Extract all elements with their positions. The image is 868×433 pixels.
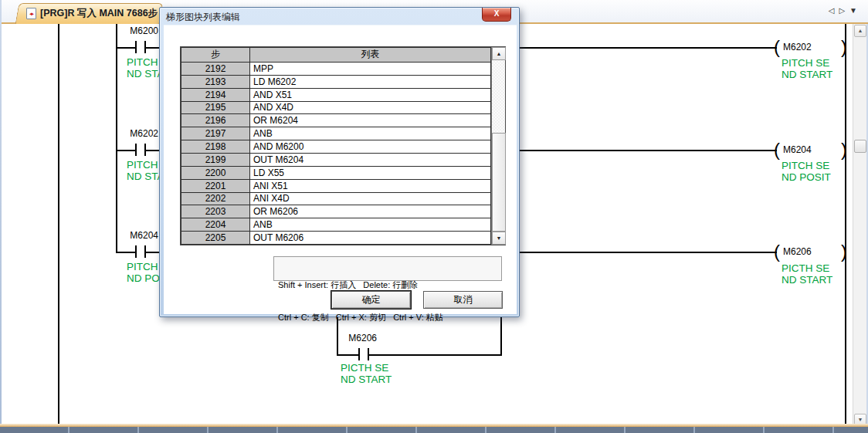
table-row[interactable]: 2201ANI X51 [181, 179, 491, 192]
coil-device: M6204 [780, 144, 841, 155]
table-row[interactable]: 2197ANB [181, 127, 491, 140]
tab-scroll-left-icon[interactable]: ◁ [829, 6, 835, 15]
help-line-2: Ctrl + C: 复制 Ctrl + X: 剪切 Ctrl + V: 粘贴 [278, 312, 497, 323]
table-row[interactable]: 2192MPP [181, 62, 491, 75]
table-vertical-scrollbar[interactable]: ▲ ▼ [491, 47, 505, 245]
ladder-program-icon: ◂▸ [26, 8, 36, 19]
table-row[interactable]: 2196OR M6204 [181, 114, 491, 127]
cancel-button[interactable]: 取消 [423, 291, 503, 309]
branch-right-line [500, 312, 502, 356]
scroll-up-icon[interactable]: ▲ [492, 47, 506, 60]
tab-scroll-right-icon[interactable]: ▷ [839, 6, 845, 15]
coil[interactable]: M6206 [774, 243, 847, 260]
contact-device[interactable]: M6202 [114, 128, 158, 139]
rung2-line [116, 150, 137, 151]
table-row[interactable]: 2195AND X4D [181, 101, 491, 114]
window-left-edge [0, 0, 2, 427]
scrollbar-thumb[interactable] [854, 140, 866, 153]
coil-device: M6206 [780, 246, 841, 257]
instruction-list-grid: 步 列表 2192MPP 2193LD M6202 2194AND X51 21… [180, 46, 506, 245]
contact-bar [358, 348, 360, 360]
scrollbar-thumb[interactable] [492, 133, 506, 232]
table-row[interactable]: 2200LD X55 [181, 166, 491, 179]
tab-main-program[interactable]: ◂▸ [PRG]R 写入 MAIN 7686步 [17, 3, 161, 24]
help-line-1: Shift + Insert: 行插入 Delete: 行删除 [278, 279, 497, 290]
ladder-block-list-edit-dialog: 梯形图块列表编辑 X 步 列表 2192MPP 2193LD M6202 219… [159, 7, 520, 317]
contact-bar [135, 245, 137, 258]
contact-bar [368, 348, 369, 360]
contact-bar [144, 41, 146, 53]
contact-bar [144, 144, 146, 156]
scroll-up-icon[interactable]: ▲ [854, 25, 866, 37]
scroll-down-icon[interactable]: ▼ [492, 232, 506, 245]
table-row[interactable]: 2202ANI X4D [181, 192, 491, 205]
coil-comment: PICTH SEND START [782, 262, 832, 286]
tab-list-dropdown-icon[interactable]: ▼ [849, 6, 857, 15]
instruction-table: 步 列表 2192MPP 2193LD M6202 2194AND X51 21… [181, 47, 491, 245]
bottom-scrollbar[interactable] [0, 427, 868, 433]
tab-label: [PRG]R 写入 MAIN 7686步 [40, 7, 158, 20]
table-header-row: 步 列表 [181, 48, 491, 63]
ladder-right-rail [845, 24, 846, 425]
rung1-line [116, 47, 137, 49]
coil-comment: PITCH SEND POSIT [782, 160, 831, 183]
coil-device: M6202 [780, 42, 841, 52]
dialog-body: 步 列表 2192MPP 2193LD M6202 2194AND X51 21… [164, 25, 517, 314]
shortcut-help-box: Shift + Insert: 行插入 Delete: 行删除 Ctrl + C… [273, 256, 502, 281]
column-header-list: 列表 [250, 48, 491, 63]
contact-comment: PICTH SEND START [341, 362, 392, 385]
dialog-titlebar[interactable]: 梯形图块列表编辑 X [160, 8, 519, 25]
table-row[interactable]: 2198AND M6200 [181, 140, 491, 154]
column-header-step: 步 [181, 48, 250, 63]
editor-vertical-scrollbar[interactable]: ▲ ▼ [853, 24, 866, 427]
ok-button[interactable]: 确定 [331, 291, 411, 309]
branch-rung-line [369, 354, 502, 356]
contact-device[interactable]: M6204 [114, 230, 158, 241]
table-row[interactable]: 2194AND X51 [181, 88, 491, 101]
table-row[interactable]: 2203OR M6206 [181, 205, 491, 218]
contact-bar [144, 245, 146, 258]
rung3-line [116, 252, 137, 253]
coil-comment: PITCH SEND START [782, 57, 832, 80]
ladder-left-rail [58, 24, 59, 425]
table-row[interactable]: 2205OUT M6206 [181, 232, 491, 245]
branch-rung-line [337, 354, 360, 356]
table-row[interactable]: 2193LD M6202 [181, 75, 491, 88]
dialog-title: 梯形图块列表编辑 [166, 12, 240, 22]
table-row[interactable]: 2204ANB [181, 218, 491, 232]
close-icon[interactable]: X [482, 8, 511, 22]
coil[interactable]: M6202 [774, 39, 847, 56]
contact-bar [135, 144, 137, 156]
contact-device[interactable]: M6200 [114, 25, 158, 36]
table-row[interactable]: 2199OUT M6204 [181, 153, 491, 166]
coil[interactable]: M6204 [774, 141, 847, 158]
contact-bar [135, 41, 137, 53]
